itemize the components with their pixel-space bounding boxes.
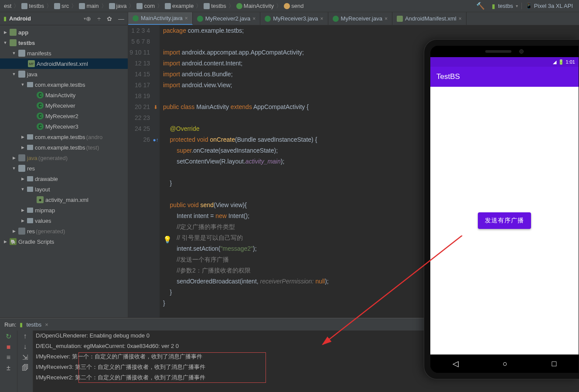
- nav-back-icon[interactable]: ◁: [453, 359, 459, 368]
- tree-pkg[interactable]: ▼com.example.testbs: [0, 79, 128, 90]
- nav-recent-icon[interactable]: □: [552, 359, 556, 368]
- phone-nav-bar: ◁ ○ □: [430, 355, 579, 373]
- android-icon: ▮: [20, 321, 23, 328]
- run-config-selector[interactable]: ▮ testbs ▾: [488, 3, 521, 10]
- divide-icon[interactable]: ÷: [97, 15, 101, 22]
- tab-myreceiver3[interactable]: MyReceiver3.java×: [260, 12, 328, 25]
- tree-pkg-android[interactable]: ▶com.example.testbs(andro: [0, 132, 128, 142]
- rerun-icon[interactable]: ↻: [6, 332, 11, 341]
- print-icon[interactable]: 🗐: [22, 364, 29, 372]
- up-icon[interactable]: ↑: [24, 332, 27, 340]
- send-broadcast-button[interactable]: 发送有序广播: [478, 212, 531, 229]
- line-gutter: 1 2 3 4 5 6 7 8 9 10 11 12 13 14 15 16 1…: [128, 25, 154, 317]
- highlight-box: [78, 352, 266, 383]
- close-icon[interactable]: ×: [185, 15, 188, 21]
- tree-manifest-file[interactable]: MFAndroidManifest.xml: [0, 58, 128, 69]
- nav-home-icon[interactable]: ○: [503, 359, 507, 368]
- gear-icon[interactable]: ✿: [107, 15, 112, 22]
- tree-main-activity[interactable]: CMainActivity: [0, 90, 128, 100]
- tab-myreceiver2[interactable]: MyReceiver2.java×: [193, 12, 260, 25]
- editor-tabs: MainActivity.java× MyReceiver2.java× MyR…: [128, 12, 579, 25]
- tree-values[interactable]: ▶values: [0, 215, 128, 226]
- tree-myreceiver2[interactable]: CMyReceiver2: [0, 111, 128, 121]
- phone-app-bar: TestBS: [430, 67, 579, 87]
- tab-manifest[interactable]: AndroidManifest.xml×: [392, 12, 467, 25]
- target-icon[interactable]: ⊕: [86, 15, 91, 22]
- tree-java[interactable]: ▼java: [0, 69, 128, 79]
- crumb-example[interactable]: example: [163, 3, 195, 9]
- crumb-java[interactable]: java: [108, 3, 128, 9]
- phone-content[interactable]: 发送有序广播: [430, 87, 579, 355]
- breadcrumb-bar: est〉 testbs〉 src〉 main〉 java〉 com〉 examp…: [0, 0, 579, 12]
- close-icon[interactable]: ×: [252, 16, 255, 22]
- tree-layout[interactable]: ▼layout: [0, 184, 128, 194]
- run-app-name[interactable]: testbs: [26, 321, 41, 328]
- crumb-class[interactable]: MainActivity: [235, 3, 275, 9]
- stop-icon[interactable]: ■: [7, 343, 11, 351]
- tab-main-activity[interactable]: MainActivity.java×: [128, 12, 193, 25]
- tree-activity-main[interactable]: ◆activity_main.xml: [0, 194, 128, 205]
- tree-testbs[interactable]: ▼testbs: [0, 37, 128, 48]
- tree-java-gen[interactable]: ▶java(generated): [0, 153, 128, 163]
- sidebar-title[interactable]: Android: [9, 15, 82, 22]
- crumb-method[interactable]: send: [283, 3, 305, 9]
- minimize-icon[interactable]: —: [118, 15, 124, 22]
- crumb-testbs[interactable]: testbs: [20, 3, 45, 9]
- tree-gradle[interactable]: ▶🐘Gradle Scripts: [0, 236, 128, 247]
- close-icon[interactable]: ×: [320, 16, 324, 22]
- wrap-icon[interactable]: ⇲: [22, 353, 28, 361]
- phone-status-bar: ◢🔋1:01: [430, 57, 579, 67]
- project-tree[interactable]: ▶app ▼testbs ▼manifests MFAndroidManifes…: [0, 25, 128, 317]
- close-icon[interactable]: ×: [459, 16, 462, 22]
- emulator-frame: ◢🔋1:01 TestBS 发送有序广播 ◁ ○ □: [424, 39, 579, 379]
- crumb-testbs2[interactable]: testbs: [202, 3, 228, 9]
- sidebar-header: ▮ Android ▾ ⊕ ÷ ✿ —: [0, 12, 128, 25]
- layout-icon[interactable]: ≡: [7, 354, 10, 361]
- run-label: Run:: [4, 321, 16, 328]
- implement-icon[interactable]: ●↑: [152, 136, 160, 143]
- crumb-src[interactable]: src: [53, 3, 70, 9]
- crumb-main[interactable]: main: [78, 3, 100, 9]
- close-icon[interactable]: ×: [45, 321, 48, 328]
- android-icon: ▮: [3, 15, 7, 22]
- crumb-est[interactable]: est: [3, 3, 13, 9]
- tree-res[interactable]: ▼res: [0, 163, 128, 174]
- more-icon[interactable]: ±: [7, 364, 10, 372]
- override-icon[interactable]: ⬇: [152, 104, 160, 111]
- run-toolbar-2: ↑ ↓ ⇲ 🗐: [17, 331, 33, 392]
- android-icon: ▮: [492, 3, 495, 10]
- down-icon[interactable]: ↓: [24, 343, 27, 351]
- chevron-down-icon: ▾: [516, 3, 518, 8]
- tree-pkg-test[interactable]: ▶com.example.testbs(test): [0, 142, 128, 153]
- tree-drawable[interactable]: ▶drawable: [0, 174, 128, 184]
- build-icon[interactable]: 🔨: [476, 2, 485, 10]
- lightbulb-icon[interactable]: 💡: [163, 235, 172, 244]
- gutter-extras: ⬇ ●↑: [154, 25, 160, 317]
- phone-notch: [430, 46, 579, 57]
- device-selector[interactable]: 📱 Pixel 3a XL API: [521, 3, 576, 9]
- tree-manifests[interactable]: ▼manifests: [0, 48, 128, 58]
- project-sidebar: ▮ Android ▾ ⊕ ÷ ✿ — ▶app ▼testbs ▼manife…: [0, 12, 128, 317]
- run-toolbar-left: ↻ ■ ≡ ±: [0, 331, 17, 392]
- tree-myreceiver[interactable]: CMyReceiver: [0, 100, 128, 111]
- tree-res-gen[interactable]: ▶res(generated): [0, 226, 128, 236]
- tab-myreceiver[interactable]: MyReceiver.java×: [328, 12, 392, 25]
- crumb-com[interactable]: com: [135, 3, 156, 9]
- close-icon[interactable]: ×: [385, 16, 388, 22]
- tree-mipmap[interactable]: ▶mipmap: [0, 205, 128, 215]
- tree-app[interactable]: ▶app: [0, 27, 128, 37]
- tree-myreceiver3[interactable]: CMyReceiver3: [0, 121, 128, 132]
